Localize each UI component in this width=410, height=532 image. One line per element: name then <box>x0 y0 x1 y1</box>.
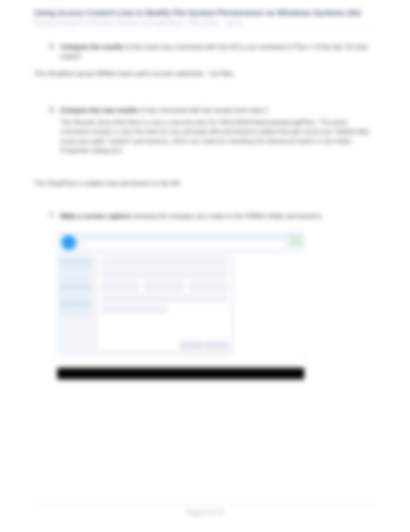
dialog-row <box>100 305 168 314</box>
dialog-row <box>100 270 228 278</box>
dialog-buttons <box>180 342 229 349</box>
answer-6: The ShopFloor is added new permission to… <box>34 179 376 189</box>
sidebar-row <box>60 292 91 299</box>
address-bar <box>85 240 285 249</box>
redaction-bar <box>57 368 304 379</box>
dialog-col <box>188 280 228 292</box>
list-item-7: 7. Make a screen capture showing the cha… <box>49 212 376 221</box>
document-page: Using Access Control Lists to Modify Fil… <box>0 0 410 532</box>
dialog-row <box>100 294 228 303</box>
bullet-6: 6. <box>49 106 60 156</box>
ok-button <box>180 342 203 349</box>
sidebar-row <box>60 309 91 316</box>
list-item-5: 5. Compare the results of the icacls.exe… <box>49 42 376 61</box>
back-icon <box>61 235 76 250</box>
page-number: Page 5 of 13 <box>0 509 410 517</box>
item-7-text: Make a screen capture showing the change… <box>60 212 376 221</box>
page-title: Using Access Control Lists to Modify Fil… <box>34 8 376 18</box>
item-6-explain: The Results show that there is now a new… <box>60 118 376 156</box>
item-5-text: Compare the results of the icacls.exe co… <box>60 42 376 61</box>
page-subtitle: Security Strategies in Windows Platforms… <box>34 19 376 29</box>
item-6-text: Compare the new results of the command w… <box>60 106 376 156</box>
properties-dialog <box>96 256 232 353</box>
sidebar-row <box>60 258 91 265</box>
dialog-col <box>144 280 184 292</box>
explorer-titlebar <box>58 233 304 253</box>
cancel-button <box>205 342 229 349</box>
answer-5: The Shopfloor group HRfiles have same ac… <box>34 69 376 79</box>
embedded-screenshot <box>57 233 304 356</box>
sidebar-row <box>60 275 91 282</box>
bullet-7: 7. <box>49 212 60 221</box>
dialog-row <box>100 259 228 267</box>
dialog-columns <box>100 280 228 292</box>
explorer-sidebar <box>58 253 94 356</box>
list-item-6: 6. Compare the new results of the comman… <box>49 106 376 156</box>
dialog-col <box>100 280 140 292</box>
sidebar-row <box>60 300 91 307</box>
search-icon <box>291 235 302 246</box>
sidebar-row <box>60 283 91 290</box>
bullet-5: 5. <box>49 42 60 61</box>
sidebar-row <box>60 266 91 273</box>
footer-rule <box>34 505 376 505</box>
